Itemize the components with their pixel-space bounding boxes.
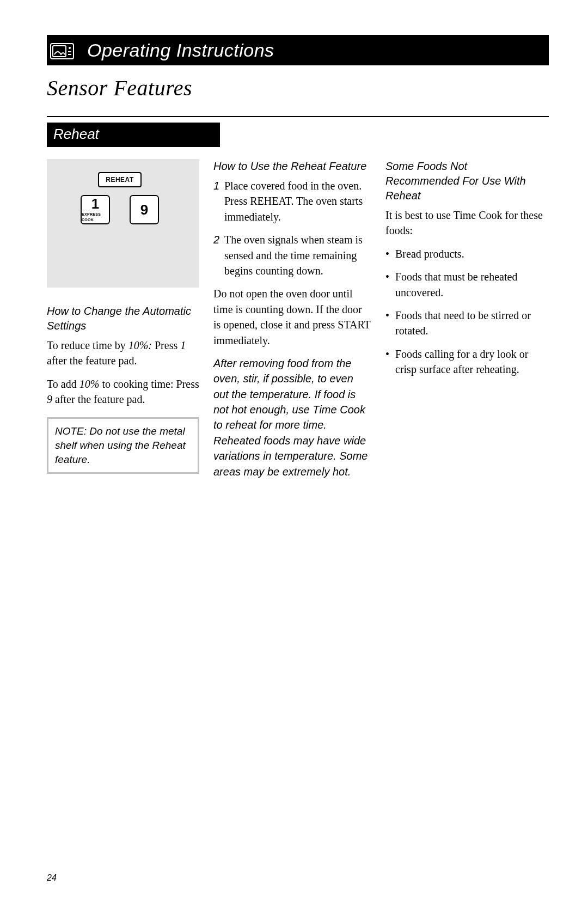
col1-p1: To reduce time by 10%: Press 1 after the…	[47, 338, 199, 369]
col3-intro: It is best to use Time Cook for these fo…	[385, 208, 543, 239]
col3-subhead: Some Foods Not Recommended For Use With …	[385, 159, 543, 203]
button-1-number: 1	[91, 197, 99, 211]
column-3: Some Foods Not Recommended For Use With …	[385, 159, 543, 385]
button-9-graphic: 9	[130, 195, 159, 224]
col2-p4: After removing food from the oven, stir,…	[213, 356, 371, 479]
bullet-3: Foods that need to be stirred or rotated…	[385, 308, 543, 339]
not-recommended-list: Bread products. Foods that must be rehea…	[385, 246, 543, 377]
step-1: 1 Place covered food in the oven. Press …	[213, 178, 371, 224]
button-1-sublabel: EXPRESS COOK	[82, 212, 109, 223]
column-1: REHEAT 1 EXPRESS COOK 9 How to Change th…	[47, 159, 199, 474]
svg-rect-4	[68, 54, 71, 55]
col1-subhead: How to Change the Automatic Settings	[47, 304, 199, 333]
bullet-4: Foods calling for a dry look or crisp su…	[385, 346, 543, 377]
button-1-graphic: 1 EXPRESS COOK	[81, 195, 110, 224]
header-title: Operating Instructions	[77, 40, 274, 61]
page-title: Sensor Features	[47, 75, 549, 101]
bullet-2: Foods that must be reheated uncovered.	[385, 269, 543, 300]
column-2: How to Use the Reheat Feature 1 Place co…	[213, 159, 371, 487]
content-columns: REHEAT 1 EXPRESS COOK 9 How to Change th…	[47, 159, 549, 487]
horizontal-rule	[47, 116, 549, 117]
bullet-1: Bread products.	[385, 246, 543, 261]
col2-p3: Do not open the oven door until time is …	[213, 286, 371, 348]
svg-rect-3	[68, 51, 71, 52]
reheat-button-graphic: REHEAT	[98, 172, 141, 187]
microwave-icon	[47, 35, 77, 65]
control-diagram: REHEAT 1 EXPRESS COOK 9	[47, 159, 199, 288]
step-2: 2 The oven signals when steam is sensed …	[213, 232, 371, 278]
col2-subhead: How to Use the Reheat Feature	[213, 159, 371, 174]
header-bar: Operating Instructions	[47, 35, 549, 65]
note-box: NOTE: Do not use the metal shelf when us…	[47, 417, 199, 474]
col1-p2: To add 10% to cooking time: Press 9 afte…	[47, 376, 199, 407]
button-9-number: 9	[140, 203, 148, 217]
section-bar-reheat: Reheat	[47, 123, 220, 147]
reheat-steps: 1 Place covered food in the oven. Press …	[213, 178, 371, 278]
page-number: 24	[47, 873, 57, 883]
svg-point-2	[69, 47, 71, 49]
svg-rect-1	[53, 46, 66, 57]
